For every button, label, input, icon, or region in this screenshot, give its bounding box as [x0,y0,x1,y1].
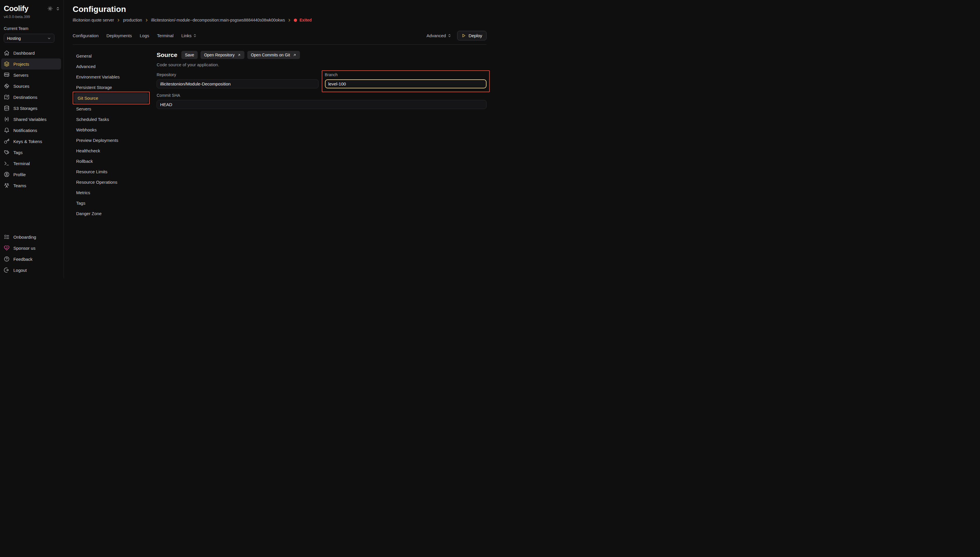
sidebar-item-sponsor-us[interactable]: Sponsor us [1,243,61,254]
branch-annotation-box: Branch [322,70,490,92]
current-team-label: Current Team [4,26,60,31]
subnav-general[interactable]: General [73,51,150,61]
theme-sun-icon[interactable] [47,6,53,11]
app-logo[interactable]: Coolify [4,4,28,13]
tab-links[interactable]: Links [181,33,197,38]
users-icon [4,182,10,188]
layers-icon [4,61,10,67]
chevron-right-icon [117,18,120,22]
commit-sha-label: Commit SHA [157,93,486,98]
checklist-icon [4,234,10,240]
status-label: Exited [299,18,312,23]
sidebar-item-s3-storages[interactable]: S3 Storages [1,103,61,114]
branch-field-wrapper: Branch [325,72,487,88]
subnav-servers[interactable]: Servers [73,104,150,114]
deploy-button[interactable]: Deploy [457,31,486,41]
tab-terminal[interactable]: Terminal [157,33,174,38]
git-source-annotation-box: Git Source [73,91,150,104]
subnav-danger-zone[interactable]: Danger Zone [73,208,150,218]
breadcrumb-application[interactable]: illicitestonion/-module--decomposition:m… [151,18,285,23]
app-root: Coolify v4.0.0-beta.399 Current Team Hos… [0,0,490,278]
open-commits-button[interactable]: Open Commits on Git [247,51,300,59]
breadcrumb: illicitonion quote server production ill… [73,18,486,23]
sidebar-item-feedback[interactable]: Feedback [1,254,61,265]
tabs: Configuration Deployments Logs Terminal … [73,33,197,38]
sidebar-item-teams[interactable]: Teams [1,180,61,191]
tab-deployments[interactable]: Deployments [106,33,132,38]
tabs-row: Configuration Deployments Logs Terminal … [73,31,486,41]
map-icon [4,94,10,100]
page-title: Configuration [73,5,486,14]
sidebar-item-profile[interactable]: Profile [1,169,61,180]
play-icon [462,33,466,38]
configuration-content: General Advanced Environment Variables P… [73,51,486,219]
user-icon [4,171,10,178]
sidebar-header: Coolify v4.0.0-beta.399 Current Team Hos… [0,4,63,43]
status-dot-icon [294,19,297,22]
sidebar-item-sources[interactable]: Sources [1,80,61,91]
breadcrumb-project[interactable]: illicitonion quote server [73,18,114,23]
sidebar-nav: Dashboard Projects Servers Sources Desti… [0,47,63,191]
sidebar-item-notifications[interactable]: Notifications [1,125,61,136]
status-badge: Exited [294,18,312,23]
subnav-environment-variables[interactable]: Environment Variables [73,72,150,82]
source-description: Code source of your application. [157,62,486,67]
sidebar-item-terminal[interactable]: Terminal [1,158,61,169]
subnav-resource-operations[interactable]: Resource Operations [73,177,150,187]
chevrons-up-down-icon [193,34,197,37]
tabs-right-controls: Advanced Deploy [427,31,486,41]
subnav-rollback[interactable]: Rollback [73,156,150,166]
heart-icon [4,245,10,251]
repository-label: Repository [157,72,319,77]
open-repository-button[interactable]: Open Repository [200,51,244,59]
team-select[interactable]: Hosting [4,34,54,43]
sidebar-footer-nav: Onboarding Sponsor us Feedback Logout [0,231,63,275]
external-link-icon [237,53,241,57]
subnav-scheduled-tasks[interactable]: Scheduled Tasks [73,114,150,124]
sidebar-item-shared-variables[interactable]: Shared Variables [1,114,61,125]
chevron-down-icon [47,36,51,41]
repository-input[interactable] [157,79,319,88]
branch-input[interactable] [325,79,487,88]
sidebar-item-servers[interactable]: Servers [1,70,61,80]
app-version: v4.0.0-beta.399 [4,15,60,19]
sidebar-item-projects[interactable]: Projects [1,59,61,70]
home-icon [4,50,10,56]
git-source-icon [4,83,10,89]
breadcrumb-environment[interactable]: production [123,18,142,23]
sidebar-item-logout[interactable]: Logout [1,265,61,275]
sidebar-item-keys-tokens[interactable]: Keys & Tokens [1,136,61,147]
repo-branch-grid: Repository Branch [157,72,486,88]
tabs-divider [73,44,486,45]
subnav-advanced[interactable]: Advanced [73,61,150,71]
subnav-webhooks[interactable]: Webhooks [73,125,150,135]
chevrons-up-down-icon [448,34,451,37]
commit-sha-field: Commit SHA [157,93,486,109]
tab-configuration[interactable]: Configuration [73,33,99,38]
terminal-icon [4,160,10,166]
sidebar-item-tags[interactable]: Tags [1,147,61,158]
branch-label: Branch [325,72,487,77]
save-button[interactable]: Save [181,51,198,59]
sidebar-item-dashboard[interactable]: Dashboard [1,47,61,59]
subnav-preview-deployments[interactable]: Preview Deployments [73,135,150,145]
server-icon [4,72,10,78]
bell-icon [4,127,10,133]
commit-sha-input[interactable] [157,100,486,109]
theme-chevrons-up-down-icon[interactable] [56,7,60,11]
sidebar-item-onboarding[interactable]: Onboarding [1,231,61,243]
git-source-panel: Source Save Open Repository Open Commits… [150,51,486,219]
subnav-persistent-storage[interactable]: Persistent Storage [73,82,150,92]
team-select-value: Hosting [7,36,21,41]
subnav-metrics[interactable]: Metrics [73,187,150,197]
subnav-git-source[interactable]: Git Source [74,93,148,103]
subnav-tags[interactable]: Tags [73,198,150,208]
repository-field: Repository [157,72,319,88]
tab-logs[interactable]: Logs [140,33,150,38]
sidebar-spacer [0,191,63,227]
advanced-dropdown[interactable]: Advanced [427,33,452,38]
sidebar-item-destinations[interactable]: Destinations [1,91,61,103]
subnav-resource-limits[interactable]: Resource Limits [73,166,150,176]
subnav-healthcheck[interactable]: Healthcheck [73,146,150,156]
logout-icon [4,267,10,273]
